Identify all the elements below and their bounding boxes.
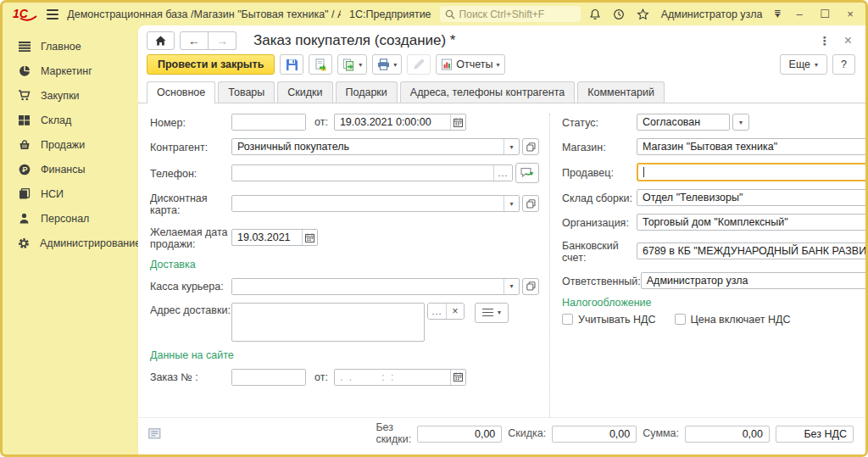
sidebar-item-marketing[interactable]: Маркетинг (3, 59, 138, 83)
minimize-button[interactable]: – (793, 8, 806, 20)
tab-gifts[interactable]: Подарки (336, 81, 398, 103)
vat-checkbox[interactable]: Учитывать НДС (562, 314, 656, 326)
sidebar-item-purchases[interactable]: Закупки (3, 83, 138, 108)
sidebar-item-label: Маркетинг (41, 65, 92, 77)
store-input[interactable]: Магазин "Бытовая техника" ▾ (637, 138, 865, 155)
vat-mode-value[interactable]: Без НДС (776, 426, 854, 443)
date-input[interactable]: 19.03.2021 0:00:00 (334, 114, 466, 131)
courier-cash-input[interactable]: ▾ (231, 278, 520, 295)
courier-cash-input-field[interactable] (232, 279, 504, 294)
desired-date-label: Желаемая дата продажи: (150, 225, 231, 251)
reports-button-label: Отчеты (456, 59, 492, 70)
phone-input[interactable]: ... (231, 164, 513, 181)
service-menu-icon[interactable]: ≡▾ (774, 11, 781, 18)
person-icon (18, 213, 31, 224)
status-input[interactable]: Согласован (637, 114, 730, 131)
number-input[interactable] (231, 114, 306, 131)
post-and-close-button[interactable]: Провести и закрыть (147, 54, 275, 75)
site-order-date-field[interactable] (335, 370, 450, 385)
seller-input-focused[interactable] (637, 163, 865, 181)
print-icon (377, 59, 390, 70)
chat-bubble-icon (520, 167, 534, 179)
no-discount-value[interactable]: 0,00 (417, 426, 502, 443)
phone-input-field[interactable] (232, 165, 493, 181)
sidebar-item-personnel[interactable]: Персонал (3, 206, 138, 231)
delivery-address-textarea[interactable] (231, 303, 425, 342)
calendar-icon[interactable] (450, 370, 465, 385)
main-menu-icon[interactable] (47, 9, 58, 20)
more-button[interactable]: Еще ▾ (780, 54, 827, 75)
edit-button[interactable] (407, 54, 431, 75)
sidebar-item-administration[interactable]: Администрирование (3, 231, 138, 255)
clear-icon[interactable]: × (446, 304, 464, 319)
sidebar-item-main[interactable]: Главное (3, 34, 138, 59)
tab-addresses[interactable]: Адреса, телефоны контрагента (400, 81, 575, 103)
kebab-menu-icon[interactable]: ⋮ (819, 34, 831, 47)
help-button[interactable]: ? (832, 54, 855, 75)
dropdown-caret-icon[interactable]: ▾ (504, 279, 519, 294)
dropdown-caret-icon[interactable]: ▾ (504, 139, 519, 154)
sidebar-item-nsi[interactable]: НСИ (3, 181, 138, 206)
discount-card-input-field[interactable] (232, 196, 504, 211)
counterparty-row: Контрагент: Розничный покупатель ▾ (150, 138, 539, 155)
open-link-icon[interactable] (522, 138, 539, 155)
number-input-field[interactable] (232, 114, 305, 130)
site-order-input[interactable] (231, 369, 306, 386)
back-button[interactable]: ← (180, 31, 209, 50)
reports-button[interactable]: Отчеты ▾ (436, 54, 504, 75)
bank-account-input[interactable]: 6789 в КБ "МЕЖДУНАРОДНЫЙ БАНК РАЗВИТИЯ ▾ (637, 242, 865, 259)
send-sms-button[interactable] (515, 163, 539, 183)
status-dropdown-icon[interactable]: ▾ (732, 114, 749, 131)
page-title: Заказ покупателя (создание) * (253, 32, 455, 49)
sidebar-item-finance[interactable]: P Финансы (3, 157, 138, 181)
dropdown-caret-icon[interactable]: ▾ (504, 196, 519, 211)
checkbox-icon[interactable] (562, 314, 573, 325)
close-document-icon[interactable]: × (844, 33, 852, 48)
maximize-button[interactable]: ☐ (818, 8, 832, 20)
discount-value[interactable]: 0,00 (552, 426, 637, 443)
vat-included-checkbox[interactable]: Цена включает НДС (675, 314, 791, 326)
open-link-icon[interactable] (522, 278, 539, 295)
history-icon[interactable] (613, 8, 625, 20)
close-window-button[interactable]: × (843, 8, 857, 20)
tab-main[interactable]: Основное (147, 81, 215, 103)
organization-input[interactable]: Торговый дом "Комплексный" ▾ (637, 214, 865, 231)
notifications-bell-icon[interactable] (589, 8, 601, 20)
tab-comment[interactable]: Комментарий (577, 81, 665, 103)
from-label: от: (306, 116, 334, 128)
save-button[interactable] (280, 54, 303, 75)
calendar-icon[interactable] (450, 114, 465, 130)
global-search[interactable] (440, 6, 581, 22)
calendar-icon[interactable] (302, 230, 317, 245)
address-menu-button[interactable]: ▾ (475, 303, 509, 323)
discount-card-input[interactable]: ▾ (231, 195, 520, 212)
responsible-input[interactable]: Администратор узла ▾ (641, 272, 865, 289)
choose-icon[interactable]: ... (428, 304, 446, 319)
checkbox-icon[interactable] (675, 314, 686, 325)
sum-value[interactable]: 0,00 (685, 426, 770, 443)
assembly-warehouse-input[interactable]: Отдел "Телевизоры" ▾ (637, 189, 865, 206)
organization-value: Торговый дом "Комплексный" (637, 215, 865, 230)
comment-icon[interactable] (148, 428, 161, 439)
counterparty-input[interactable]: Розничный покупатель ▾ (231, 138, 520, 155)
tab-discounts[interactable]: Скидки (277, 81, 332, 103)
search-input[interactable] (459, 8, 576, 20)
tab-goods[interactable]: Товары (218, 81, 275, 103)
choose-icon[interactable]: ... (493, 165, 512, 181)
sidebar-item-sales[interactable]: Продажи (3, 132, 138, 157)
favorites-star-icon[interactable] (637, 8, 649, 20)
print-button[interactable]: ▾ (372, 54, 402, 75)
create-based-on-button[interactable]: ▾ (337, 54, 367, 75)
discount-card-label: Дисконтная карта: (150, 191, 231, 217)
sidebar-item-label: Склад (41, 114, 71, 126)
sidebar-item-warehouse[interactable]: Склад (3, 108, 138, 132)
post-document-button[interactable] (309, 54, 332, 75)
open-link-icon[interactable] (522, 195, 539, 212)
home-button[interactable] (147, 31, 175, 50)
forward-button[interactable]: → (209, 31, 236, 50)
desired-date-input[interactable]: 19.03.2021 (231, 229, 318, 246)
current-user[interactable]: Администратор узла (661, 8, 763, 20)
site-order-date-input[interactable] (334, 369, 466, 386)
sidebar-item-label: Закупки (41, 90, 80, 102)
site-order-input-field[interactable] (232, 370, 305, 385)
